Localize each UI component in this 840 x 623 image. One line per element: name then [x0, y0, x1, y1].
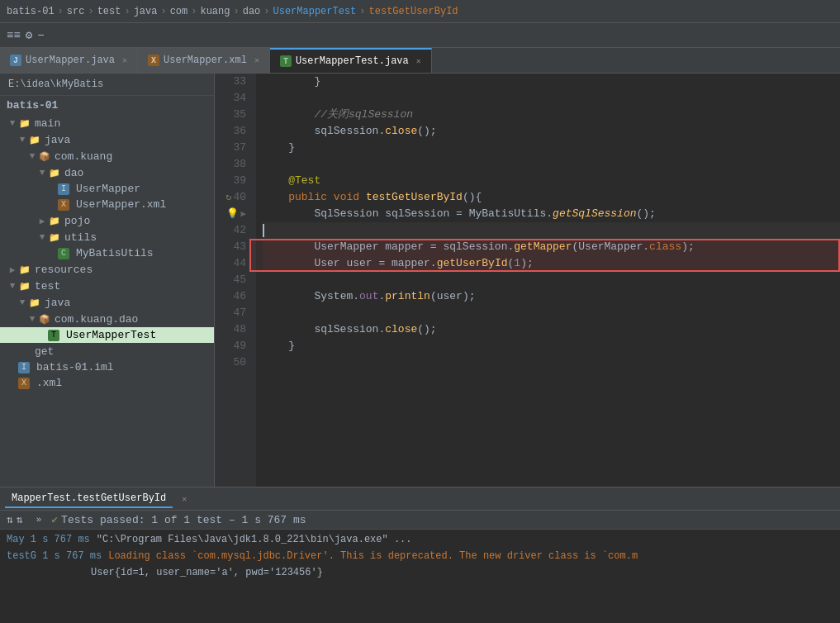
sidebar: E:\idea\kMyBatis batis-01 ▼ 📁 main ▼ 📁 j…: [0, 74, 215, 487]
sidebar-item-xml[interactable]: X .xml: [0, 375, 214, 391]
test-java-folder-icon: 📁: [28, 296, 41, 309]
code-line-47: [263, 305, 840, 321]
tab-usermappertest-java[interactable]: T UserMapperTest.java ✕: [270, 48, 432, 73]
breadcrumb-item-4[interactable]: java: [134, 6, 158, 17]
sort-asc-icon[interactable]: ⇅: [7, 513, 13, 526]
sidebar-item-pojo[interactable]: ▶ 📁 pojo: [0, 212, 214, 229]
line-num-48: 48: [221, 321, 249, 338]
sidebar-item-dao[interactable]: ▼ 📁 dao: [0, 164, 214, 181]
breadcrumb-item-5[interactable]: com: [170, 6, 188, 17]
breadcrumb-item-method[interactable]: testGetUserById: [369, 6, 458, 17]
line-num-41: 💡▶: [221, 206, 249, 222]
breadcrumb-item-6[interactable]: kuang: [200, 6, 230, 17]
breadcrumb-item-3[interactable]: test: [97, 6, 121, 17]
line-num-33: 33: [221, 74, 249, 90]
code-editor[interactable]: 33343536373839↻40💡▶424344454647484950 } …: [215, 74, 840, 487]
code-line-46: System.out.println(user);: [263, 288, 840, 305]
breadcrumb: batis-01 › src › test › java › com › kua…: [0, 0, 840, 23]
line-num-34: 34: [221, 90, 249, 107]
bulb-icon[interactable]: 💡: [226, 206, 239, 222]
output-text-0: "C:\Program Files\Java\jdk1.8.0_221\bin\…: [97, 533, 840, 546]
tab-close-usermappertest-java[interactable]: ✕: [416, 56, 421, 66]
test-class-icon: T: [48, 330, 59, 341]
test-package-icon: 📦: [38, 312, 51, 326]
sidebar-item-mybatisutils[interactable]: C MyBatisUtils: [0, 245, 214, 261]
line-num-39: 39: [221, 173, 249, 189]
breadcrumb-item-usermappertest[interactable]: UserMapperTest: [273, 6, 357, 17]
xml-file-icon: X: [148, 55, 159, 66]
sort-desc-icon[interactable]: ⇅: [17, 513, 23, 526]
sidebar-item-batis-iml[interactable]: I batis-01.iml: [0, 359, 214, 375]
folder-icon: 📁: [18, 117, 31, 130]
toolbar-settings-icon[interactable]: ⚙: [26, 28, 32, 42]
tab-usermapper-xml[interactable]: X UserMapper.xml ✕: [138, 48, 270, 73]
tab-close-run[interactable]: ✕: [182, 494, 187, 504]
sidebar-path: E:\idea\kMyBatis: [0, 74, 214, 96]
sidebar-item-test-java[interactable]: ▼ 📁 java: [0, 294, 214, 311]
output-label-0: May 1 s 767 ms: [0, 533, 97, 546]
line-num-36: 36: [221, 123, 249, 140]
code-line-39: @Test: [263, 173, 840, 189]
line-num-44: 44: [221, 255, 249, 272]
java-folder-icon: 📁: [28, 133, 41, 146]
line-num-47: 47: [221, 305, 249, 321]
bottom-panel: MapperTest.testGetUserById ✕ ⇅ ⇅ » ✔ Tes…: [0, 487, 840, 623]
code-line-35: //关闭sqlSession: [263, 107, 840, 123]
pass-checkmark-icon: ✔: [51, 513, 58, 526]
line-numbers: 33343536373839↻40💡▶424344454647484950: [215, 74, 256, 487]
output-row-1: testG 1 s 767 ms Loading class `com.mysq…: [0, 549, 840, 566]
tab-label-usermapper-xml: UserMapper.xml: [164, 55, 247, 66]
arrow-icon[interactable]: »: [36, 515, 42, 525]
output-label-1: testG 1 s 767 ms: [0, 549, 108, 563]
sidebar-item-java[interactable]: ▼ 📁 java: [0, 131, 214, 148]
tabs-bar: J UserMapper.java ✕ X UserMapper.xml ✕ T…: [0, 48, 840, 74]
output-label-2: [0, 566, 91, 568]
code-line-50: [263, 354, 840, 371]
sidebar-item-usermapper-xml[interactable]: X UserMapper.xml: [0, 197, 214, 212]
tab-close-usermapper-java[interactable]: ✕: [122, 55, 127, 65]
line-num-40: ↻40: [221, 189, 249, 206]
resources-folder-icon: 📁: [18, 263, 31, 276]
xml-icon: X: [58, 199, 69, 211]
code-line-41: SqlSession sqlSession = MyBatisUtils.get…: [263, 206, 840, 222]
iml-icon: I: [18, 362, 30, 373]
breadcrumb-item-1[interactable]: batis-01: [7, 6, 55, 17]
sidebar-item-resources[interactable]: ▶ 📁 resources: [0, 261, 214, 278]
code-line-44: User user = mapper.getUserById(1);: [263, 255, 840, 272]
breadcrumb-item-2[interactable]: src: [67, 6, 85, 17]
toolbar-minimize-icon[interactable]: −: [37, 29, 44, 42]
sidebar-item-usermappertest[interactable]: T UserMapperTest: [0, 327, 214, 343]
class-icon: C: [58, 248, 69, 259]
breadcrumb-dao[interactable]: dao: [243, 6, 261, 17]
code-line-36: sqlSession.close();: [263, 123, 840, 140]
output-text-1: Loading class `com.mysql.jdbc.Driver'. T…: [108, 549, 840, 563]
code-content[interactable]: } //关闭sqlSession sqlSession.close(); } @…: [256, 74, 840, 487]
refresh-icon[interactable]: ↻: [225, 189, 231, 206]
output-row-0: May 1 s 767 ms "C:\Program Files\Java\jd…: [0, 533, 840, 549]
project-name: batis-01: [0, 96, 214, 115]
sidebar-item-com-kuang-dao[interactable]: ▼ 📦 com.kuang.dao: [0, 311, 214, 327]
run-toolbar: ⇅ ⇅ » ✔ Tests passed: 1 of 1 test – 1 s …: [0, 511, 840, 530]
code-line-38: [263, 156, 840, 173]
sidebar-item-usermapper[interactable]: I UserMapper: [0, 181, 214, 197]
interface-icon: I: [58, 183, 69, 195]
sidebar-item-get[interactable]: get: [0, 343, 214, 359]
line-num-43: 43: [221, 239, 249, 255]
line-num-50: 50: [221, 354, 249, 371]
line-num-46: 46: [221, 288, 249, 305]
utils-folder-icon: 📁: [48, 231, 61, 244]
toolbar: ≡≡ ⚙ −: [0, 23, 840, 48]
toolbar-collapse-icon[interactable]: ≡≡: [7, 29, 21, 42]
sidebar-item-utils[interactable]: ▼ 📁 utils: [0, 229, 214, 245]
sidebar-item-test[interactable]: ▼ 📁 test: [0, 278, 214, 294]
tab-close-usermapper-xml[interactable]: ✕: [254, 55, 259, 65]
code-line-43: UserMapper mapper = sqlSession.getMapper…: [263, 239, 840, 255]
sidebar-item-main[interactable]: ▼ 📁 main: [0, 115, 214, 131]
tab-usermapper-java[interactable]: J UserMapper.java ✕: [0, 48, 138, 73]
pojo-folder-icon: 📁: [48, 214, 61, 227]
xml2-icon: X: [18, 378, 30, 389]
sidebar-item-com-kuang[interactable]: ▼ 📦 com.kuang: [0, 148, 214, 164]
code-line-42: [263, 222, 840, 239]
tab-run-test[interactable]: MapperTest.testGetUserById: [5, 490, 173, 508]
code-line-49: }: [263, 338, 840, 354]
